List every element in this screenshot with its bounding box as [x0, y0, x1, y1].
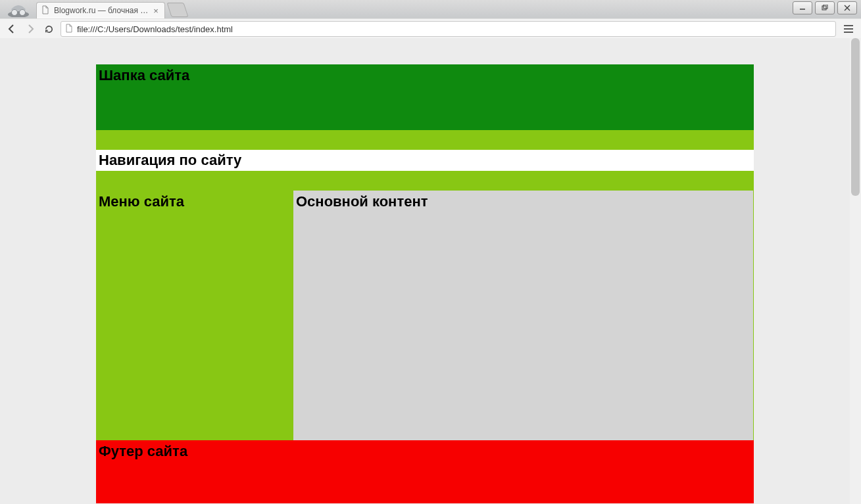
- address-bar[interactable]: file:///C:/Users/Downloads/test/index.ht…: [61, 21, 836, 37]
- reload-button[interactable]: [42, 22, 55, 35]
- svg-rect-3: [17, 12, 20, 13]
- browser-tab[interactable]: Blogwork.ru — блочная вер ×: [36, 2, 165, 18]
- close-window-button[interactable]: [837, 1, 857, 14]
- tab-strip: Blogwork.ru — блочная вер ×: [0, 0, 861, 18]
- new-tab-button[interactable]: [166, 3, 188, 17]
- page-icon: [41, 5, 50, 16]
- site-footer: Футер сайта: [96, 440, 754, 503]
- page-icon: [65, 24, 73, 35]
- gap-1: [96, 130, 754, 150]
- maximize-button[interactable]: [815, 1, 835, 14]
- gap-2: [96, 171, 754, 191]
- site-nav: Навигация по сайту: [96, 150, 754, 171]
- page-container: Шапка сайта Навигация по сайту Меню сайт…: [96, 64, 754, 503]
- svg-rect-5: [822, 6, 826, 10]
- browser-toolbar: file:///C:/Users/Downloads/test/index.ht…: [0, 18, 861, 39]
- site-content-title: Основной контент: [293, 191, 753, 210]
- back-button[interactable]: [5, 22, 18, 35]
- incognito-icon: [0, 0, 36, 18]
- svg-point-2: [19, 10, 25, 16]
- site-sidebar: Меню сайта: [96, 191, 293, 440]
- tab-title: Blogwork.ru — блочная вер: [54, 6, 151, 15]
- site-header: Шапка сайта: [96, 64, 754, 130]
- middle-row: Меню сайта Основной контент: [96, 191, 754, 440]
- browser-chrome: Blogwork.ru — блочная вер × file:///C:/U…: [0, 0, 861, 39]
- site-content: Основной контент: [293, 191, 753, 440]
- site-nav-title: Навигация по сайту: [96, 152, 241, 169]
- scrollbar-thumb[interactable]: [851, 38, 860, 196]
- site-sidebar-title: Меню сайта: [96, 191, 293, 210]
- forward-button[interactable]: [24, 22, 37, 35]
- svg-rect-6: [824, 5, 827, 9]
- minimize-button[interactable]: [793, 1, 812, 14]
- site-footer-title: Футер сайта: [96, 440, 754, 460]
- url-text: file:///C:/Users/Downloads/test/index.ht…: [77, 24, 233, 34]
- page-viewport: Шапка сайта Навигация по сайту Меню сайт…: [0, 38, 850, 504]
- svg-point-1: [11, 10, 17, 16]
- close-tab-icon[interactable]: ×: [151, 7, 160, 15]
- menu-button[interactable]: [841, 22, 856, 36]
- window-controls: [793, 1, 857, 14]
- vertical-scrollbar[interactable]: [849, 38, 861, 504]
- site-header-title: Шапка сайта: [96, 64, 754, 84]
